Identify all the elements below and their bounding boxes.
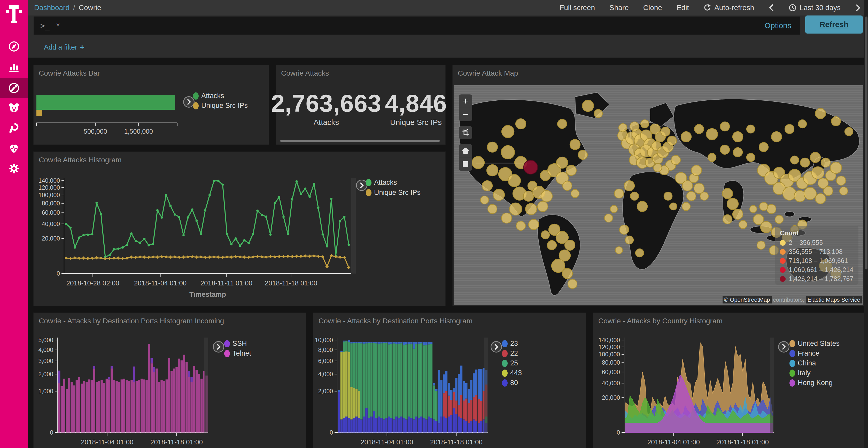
attack-source-circle [578,150,587,160]
legend-item[interactable]: 443 [502,369,522,377]
horizontal-scrollbar[interactable] [280,140,440,142]
legend-color-dot [224,340,230,347]
legend-color-dot [789,340,795,347]
legend-item[interactable]: 23 [502,340,518,348]
svg-text:3,000: 3,000 [38,358,53,365]
ems-link[interactable]: Elastic Maps Service [806,296,862,304]
sidebar-item-management[interactable] [0,159,28,179]
scrollbar-thumb[interactable] [865,16,867,269]
svg-text:2018-11-04 01:00: 2018-11-04 01:00 [134,279,187,287]
attack-source-circle [757,241,765,249]
legend-label: 22 [510,349,518,357]
attack-source-circle [812,167,824,179]
attack-source-circle [619,124,627,132]
map-legend-color-dot [780,267,785,273]
attack-source-circle [630,122,639,131]
legend-item[interactable]: Attacks [193,92,224,100]
zoom-in-button[interactable]: + [459,95,472,108]
sidebar-item-dashboard[interactable] [0,78,28,98]
sidebar-item-visualize[interactable] [0,57,28,77]
sidebar-item-dev-tools[interactable] [0,118,28,138]
svg-text:0: 0 [57,270,60,277]
svg-text:60,000: 60,000 [602,369,620,376]
legend-item[interactable]: Unique Src IPs [193,102,248,110]
attack-source-circle [566,165,576,175]
svg-text:2018-11-18 01:00: 2018-11-18 01:00 [150,438,203,446]
attack-source-circle [804,187,816,200]
attack-source-circle [815,108,826,119]
legend-item[interactable]: 25 [502,359,518,367]
attack-source-circle [760,202,768,211]
ports-incoming-chart[interactable]: 01,0002,0003,0004,0005,0002018-11-04 01:… [34,313,306,448]
osm-link[interactable]: © OpenStreetMap [722,296,772,304]
options-link[interactable]: Options [765,21,791,30]
legend-item[interactable]: China [789,359,816,367]
sidebar-item-bear-app[interactable] [0,98,28,118]
svg-text:2,000: 2,000 [318,388,333,394]
legend-label: 25 [510,359,518,367]
time-picker-button[interactable]: Last 30 days [789,4,841,12]
map-legend-item: 713,108 – 1,069,661 [780,257,854,265]
breadcrumb-dashboard-link[interactable]: Dashboard [34,4,69,12]
query-value: * [56,21,59,30]
chevron-left-icon [769,4,774,12]
attack-source-circle [472,157,485,169]
time-forward-button[interactable] [855,4,861,12]
share-button[interactable]: Share [610,4,629,12]
add-filter-link[interactable]: Add a filter+ [44,43,85,51]
legend-label: Italy [798,369,811,377]
legend-item[interactable]: France [789,349,819,357]
legend-color-dot [366,179,371,186]
attack-source-circle [541,191,552,202]
legend-item[interactable]: Telnet [224,349,251,357]
attack-source-circle [750,205,757,213]
search-input[interactable]: >_ * Options [34,16,800,35]
legend-item[interactable]: United States [789,340,840,348]
legend-expand-button[interactable] [778,341,789,352]
crop-icon[interactable] [459,126,472,139]
legend-item[interactable]: 22 [502,349,518,357]
t-mobile-logo-icon[interactable] [0,4,28,26]
legend-item[interactable]: Hong Kong [789,379,833,387]
legend-color-dot [193,92,199,100]
attack-source-circle [630,192,639,200]
attack-source-circle [706,129,718,140]
draw-polygon-icon[interactable] [459,144,472,158]
clone-button[interactable]: Clone [643,4,662,12]
auto-refresh-button[interactable]: Auto-refresh [704,4,754,12]
legend-expand-button[interactable] [491,341,502,352]
panel-cowrie-attacks-bar: Cowrie Attacks Bar 500,0001,500,000 Atta… [34,65,269,144]
legend-expand-button[interactable] [213,341,224,352]
legend-item[interactable]: 80 [502,379,518,387]
ports-histogram-chart[interactable]: 02,0004,0006,0008,00010,0002018-11-04 01… [313,313,586,448]
panel-cowrie-attacks-metric: Cowrie Attacks 2,763,663 Attacks 4,846 U… [276,65,445,144]
attack-source-circle [830,162,842,173]
attack-source-circle [733,148,742,157]
world-map[interactable]: + − Count 2 – 356,555356,555 – 713,10871… [454,85,863,305]
attack-source-circle [604,214,613,222]
svg-text:140,000: 140,000 [38,177,60,184]
page-scrollbar[interactable] [864,0,868,448]
refresh-button[interactable]: Refresh [805,15,863,34]
attack-source-circle [708,153,716,162]
legend-item[interactable]: Unique Src IPs [366,188,421,197]
legend-item[interactable]: Attacks [366,179,397,186]
panel-cowrie-attacks-histogram: Cowrie Attacks Histogram 020,00040,00060… [34,152,445,306]
legend-item[interactable]: Italy [789,369,811,377]
map-legend-item: 2 – 356,555 [780,239,854,246]
sidebar-item-monitoring[interactable] [0,138,28,159]
legend-item[interactable]: SSH [224,340,247,348]
edit-button[interactable]: Edit [677,4,689,12]
attacks-histogram-chart[interactable]: 020,00040,00060,00080,000100,000120,0001… [34,152,445,306]
zoom-out-button[interactable]: − [459,108,472,121]
sidebar-item-discover[interactable] [0,36,28,57]
svg-text:10,000: 10,000 [315,337,333,343]
bear-icon [8,102,20,114]
attack-source-circle [831,117,841,126]
legend-label: Unique Src IPs [201,102,248,110]
legend-color-dot [789,370,795,377]
time-back-button[interactable] [769,4,774,12]
legend-label: Attacks [374,179,397,186]
draw-rectangle-icon[interactable] [459,158,472,171]
full-screen-button[interactable]: Full screen [560,4,595,12]
